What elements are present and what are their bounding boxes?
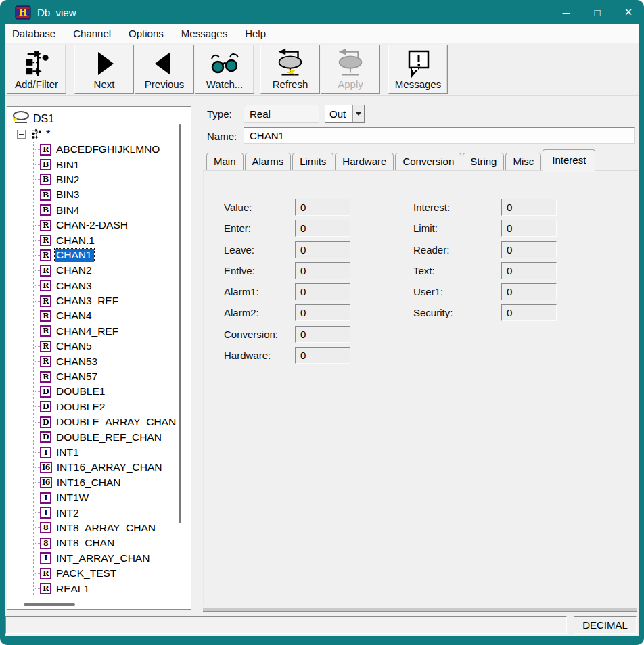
tree-filter-node[interactable]: * — [17, 126, 191, 142]
field-input[interactable]: 0 — [295, 347, 350, 364]
tree-item-int8-chan[interactable]: 8 INT8_CHAN — [34, 535, 191, 550]
toolbar-icon — [91, 45, 118, 78]
tree-item-chan3-ref[interactable]: R CHAN3_REF — [34, 293, 191, 308]
type-value-field[interactable]: Real — [244, 105, 319, 123]
tree-item-double-array-chan[interactable]: D DOUBLE_ARRAY_CHAN — [34, 414, 191, 429]
tree-item-label: CHAN4_REF — [56, 325, 118, 337]
tree-item-chan3[interactable]: R CHAN3 — [34, 279, 191, 293]
tree-guide — [34, 377, 40, 377]
toolbar-button-refresh[interactable]: Refresh — [260, 45, 320, 94]
toolbar-button-watch[interactable]: Watch... — [195, 45, 254, 94]
tree-horizontal-scrollbar[interactable] — [24, 603, 75, 606]
tree-guide — [34, 285, 40, 286]
tab-misc[interactable]: Misc — [505, 153, 541, 171]
field-row: Leave: 0 — [224, 241, 350, 258]
toolbar-button-add-filter[interactable]: Add/Filter — [7, 45, 66, 94]
tree-item-double2[interactable]: D DOUBLE2 — [34, 400, 191, 414]
tab-alarms[interactable]: Alarms — [245, 153, 292, 171]
tree-item-chan1[interactable]: R CHAN1 — [34, 248, 191, 263]
name-input[interactable]: CHAN1 — [244, 127, 635, 144]
tree-item-label: ABCEDFGHIJKLMNO — [56, 143, 160, 156]
menu-item-database[interactable]: Database — [5, 25, 62, 42]
tab-limits[interactable]: Limits — [292, 153, 334, 171]
tree-item-int2[interactable]: I INT2 — [34, 505, 191, 520]
field-input[interactable]: 0 — [295, 304, 350, 321]
menu-item-channel[interactable]: Channel — [66, 25, 118, 42]
field-input[interactable]: 0 — [501, 283, 557, 300]
field-input[interactable]: 0 — [501, 262, 557, 279]
collapse-icon[interactable] — [17, 130, 26, 139]
number-mode-indicator[interactable]: DECIMAL — [574, 616, 637, 634]
client-area: Database Channel Options Messages Help — [5, 24, 639, 636]
field-row: Conversion: 0 — [224, 326, 350, 343]
tree-item-real1[interactable]: R REAL1 — [34, 581, 191, 596]
tree-vertical-scrollbar[interactable] — [179, 124, 181, 523]
tree-item-int8-array-chan[interactable]: 8 INT8_ARRAY_CHAN — [34, 521, 191, 535]
tree-item-chan-2-dash[interactable]: R CHAN-2-DASH — [34, 218, 191, 233]
tree-item-abcedfghijklmno[interactable]: R ABCEDFGHIJKLMNO — [34, 142, 191, 157]
tree-item-bin3[interactable]: B BIN3 — [34, 187, 191, 202]
window-minimize[interactable]: ─ — [551, 0, 582, 24]
tab-main[interactable]: Main — [206, 153, 244, 171]
tree-item-int-array-chan[interactable]: I INT_ARRAY_CHAN — [34, 551, 191, 566]
field-input[interactable]: 0 — [295, 199, 350, 216]
channel-type-badge: D — [40, 401, 51, 412]
direction-dropdown[interactable]: Out — [325, 105, 365, 123]
channel-type-badge: R — [40, 568, 51, 579]
field-input[interactable]: 0 — [501, 241, 557, 258]
tree-item-chan5[interactable]: R CHAN5 — [34, 339, 191, 354]
field-input[interactable]: 0 — [295, 262, 350, 279]
toolbar-button-previous[interactable]: Previous — [135, 45, 194, 94]
tree-item-chan57[interactable]: R CHAN57 — [34, 369, 191, 384]
tree-item-bin2[interactable]: B BIN2 — [34, 172, 191, 187]
channel-type-badge: I — [40, 447, 51, 458]
tree-item-bin4[interactable]: B BIN4 — [34, 203, 191, 218]
window-control-icon: ✕ — [624, 6, 633, 18]
svg-text:H: H — [19, 7, 27, 18]
tab-strip: Main Alarms Limits Hardware Conversion S… — [206, 150, 597, 171]
tree-root-node[interactable]: DS1 — [12, 111, 191, 126]
toolbar-icon — [22, 45, 51, 78]
channel-type-badge: R — [40, 356, 51, 367]
tree-item-double1[interactable]: D DOUBLE1 — [34, 384, 191, 399]
toolbar-button-next[interactable]: Next — [74, 45, 134, 94]
tree-item-chan4-ref[interactable]: R CHAN4_REF — [34, 324, 191, 339]
tree-item-chan2[interactable]: R CHAN2 — [34, 263, 191, 278]
tree-item-int1[interactable]: I INT1 — [34, 445, 191, 460]
dropdown-button[interactable] — [352, 105, 364, 122]
tab-conversion[interactable]: Conversion — [395, 153, 461, 171]
tab-hardware[interactable]: Hardware — [335, 153, 394, 171]
field-input[interactable]: 0 — [295, 220, 350, 237]
tree-item-int16-chan[interactable]: I6 INT16_CHAN — [34, 475, 191, 490]
window-maximize[interactable]: □ — [582, 0, 613, 24]
tree-item-pack-test[interactable]: R PACK_TEST — [34, 566, 191, 581]
field-input[interactable]: 0 — [295, 241, 350, 258]
tree-guide — [34, 482, 40, 483]
window-close[interactable]: ✕ — [613, 0, 644, 24]
editor-horizontal-scrollbar[interactable] — [203, 607, 637, 612]
field-input[interactable]: 0 — [501, 304, 557, 321]
tree-item-int16-array-chan[interactable]: I6 INT16_ARRAY_CHAN — [34, 460, 191, 475]
menu-item-messages[interactable]: Messages — [175, 25, 234, 42]
tree-item-chan53[interactable]: R CHAN53 — [34, 354, 191, 368]
tree-item-double-ref-chan[interactable]: D DOUBLE_REF_CHAN — [34, 429, 191, 444]
tree-item-chan4[interactable]: R CHAN4 — [34, 308, 191, 323]
toolbar-icon — [209, 45, 240, 78]
field-input[interactable]: 0 — [501, 220, 557, 237]
toolbar-button-messages[interactable]: Messages — [388, 45, 448, 94]
tree-item-label: INT16_ARRAY_CHAN — [57, 461, 162, 473]
tab-interest[interactable]: Interest — [543, 149, 595, 172]
tree-item-label: CHAN53 — [56, 356, 97, 368]
field-label-text: Text: — [413, 265, 501, 277]
menu-item-help[interactable]: Help — [238, 25, 273, 42]
channel-type-badge: I6 — [40, 477, 52, 488]
tree-item-int1w[interactable]: I INT1W — [34, 490, 191, 505]
field-input[interactable]: 0 — [295, 283, 350, 300]
field-input[interactable]: 0 — [501, 199, 557, 216]
tree-item-chan-1[interactable]: R CHAN.1 — [34, 233, 191, 247]
tree-guide — [34, 422, 40, 423]
menu-item-options[interactable]: Options — [122, 25, 170, 42]
tab-string[interactable]: String — [463, 153, 504, 171]
tree-item-bin1[interactable]: B BIN1 — [34, 157, 191, 172]
field-input[interactable]: 0 — [295, 326, 350, 343]
